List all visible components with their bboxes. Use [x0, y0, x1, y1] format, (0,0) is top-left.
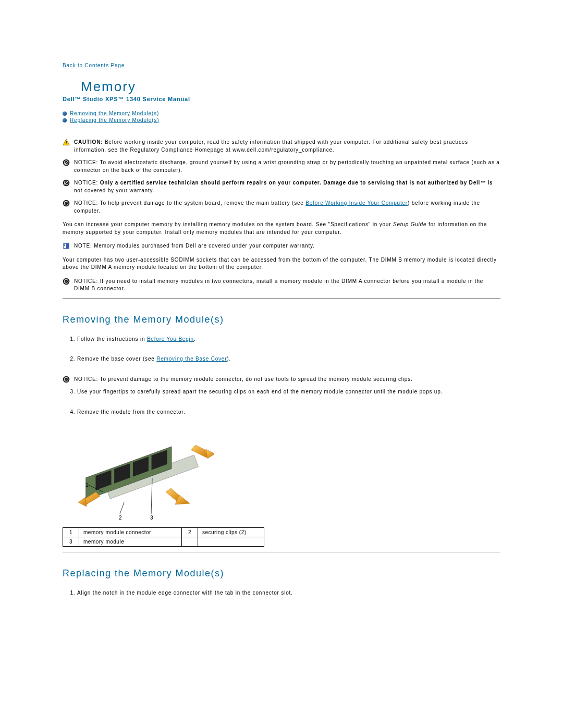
step1-pre: Follow the instructions in: [77, 336, 147, 342]
toc-link-replacing[interactable]: Replacing the Memory Module(s): [70, 117, 159, 123]
step1-post: .: [194, 336, 196, 342]
page-title: Memory: [81, 79, 500, 95]
para-1-italic: Setup Guide: [393, 221, 426, 227]
callout-table: 1 memory module connector 2 securing cli…: [63, 527, 264, 547]
notice-icon: [63, 179, 70, 187]
memory-module-diagram: 1 2 3: [78, 428, 214, 522]
notice-body-4: If you need to install memory modules in…: [74, 278, 483, 292]
table-row: 3 memory module: [63, 537, 264, 547]
notice-text-5: NOTICE: To prevent damage to the memory …: [74, 376, 500, 384]
para-1-pre: You can increase your computer memory by…: [63, 221, 393, 227]
notice-text-1: NOTICE: To avoid electrostatic discharge…: [74, 159, 500, 174]
cell-empty-l: [198, 537, 264, 547]
cell-2l: securing clips (2): [198, 528, 264, 537]
table-row: 1 memory module connector 2 securing cli…: [63, 528, 264, 537]
cell-3l: memory module: [79, 537, 182, 547]
caution-body: Before working inside your computer, rea…: [74, 139, 468, 153]
note-block-1: NOTE: Memory modules purchased from Dell…: [63, 242, 500, 250]
bullet-icon: [63, 118, 67, 122]
toc: Removing the Memory Module(s) Replacing …: [63, 110, 500, 123]
notice-label-1: NOTICE:: [74, 159, 98, 165]
caution-icon: [63, 139, 70, 146]
notice-body-2a: Only a certified service technician shou…: [100, 180, 493, 186]
toc-link-removing[interactable]: Removing the Memory Module(s): [70, 110, 159, 116]
svg-rect-2: [66, 143, 66, 144]
note-body-1: Memory modules purchased from Dell are c…: [94, 243, 315, 249]
replace-step-1: Align the notch in the module edge conne…: [77, 589, 500, 597]
svg-rect-1: [66, 141, 66, 143]
note-text-1: NOTE: Memory modules purchased from Dell…: [74, 242, 500, 250]
steps-removing: Follow the instructions in Before You Be…: [63, 336, 500, 363]
back-to-contents-link[interactable]: Back to Contents Page: [63, 63, 125, 68]
notice-block-4: NOTICE: If you need to install memory mo…: [63, 278, 500, 293]
steps-replacing: Align the notch in the module edge conne…: [63, 589, 500, 597]
svg-marker-26: [206, 449, 214, 459]
notice-icon: [63, 200, 70, 207]
subtitle: Dell™ Studio XPS™ 1340 Service Manual: [63, 96, 500, 102]
para-1: You can increase your computer memory by…: [63, 221, 500, 236]
step-2: Remove the base cover (see Removing the …: [77, 355, 500, 363]
notice-text-3: NOTICE: To help prevent damage to the sy…: [74, 200, 500, 215]
divider: [63, 552, 500, 552]
steps-removing-cont: Use your fingertips to carefully spread …: [63, 388, 500, 416]
notice-body-3-pre: To help prevent damage to the system boa…: [100, 200, 306, 206]
section-heading-removing: Removing the Memory Module(s): [63, 314, 500, 325]
note-label-1: NOTE:: [74, 243, 92, 249]
cell-2n: 2: [182, 528, 198, 537]
svg-marker-28: [78, 497, 87, 507]
notice-icon: [63, 159, 70, 166]
cell-empty-n: [182, 537, 198, 547]
notice-body-2b: not covered by your warranty.: [74, 188, 154, 193]
caution-text: CAUTION: Before working inside your comp…: [74, 139, 500, 154]
notice-label-5: NOTICE:: [74, 376, 98, 382]
caution-label: CAUTION:: [74, 139, 103, 145]
before-working-link[interactable]: Before Working Inside Your Computer: [305, 200, 408, 206]
notice-icon: [63, 376, 70, 383]
section-heading-replacing: Replacing the Memory Module(s): [63, 568, 500, 579]
notice-label-4: NOTICE:: [74, 278, 98, 284]
notice-icon: [63, 278, 70, 285]
before-you-begin-link[interactable]: Before You Begin: [147, 336, 194, 342]
notice-block-5: NOTICE: To prevent damage to the memory …: [63, 376, 500, 384]
svg-line-32: [120, 502, 124, 514]
step-4: Remove the module from the connector.: [77, 409, 500, 416]
step2-post: ).: [227, 356, 231, 362]
notice-text-2: NOTICE: Only a certified service technic…: [74, 179, 500, 194]
caution-block: CAUTION: Before working inside your comp…: [63, 139, 500, 154]
cell-1l: memory module connector: [79, 528, 182, 537]
diagram-label-1: 1: [85, 482, 89, 488]
toc-item-replacing: Replacing the Memory Module(s): [63, 117, 500, 123]
notice-block-3: NOTICE: To help prevent damage to the sy…: [63, 200, 500, 215]
diagram-label-3: 3: [150, 515, 153, 521]
note-icon: [63, 242, 70, 250]
notice-block-2: NOTICE: Only a certified service technic…: [63, 179, 500, 194]
notice-text-4: NOTICE: If you need to install memory mo…: [74, 278, 500, 293]
notice-label-3: NOTICE:: [74, 200, 98, 206]
para-2: Your computer has two user-accessible SO…: [63, 256, 500, 272]
notice-body-5: To prevent damage to the memory module c…: [100, 376, 413, 382]
divider: [63, 298, 500, 299]
notice-block-1: NOTICE: To avoid electrostatic discharge…: [63, 159, 500, 174]
step-3: Use your fingertips to carefully spread …: [77, 388, 500, 396]
step-1: Follow the instructions in Before You Be…: [77, 336, 500, 343]
notice-body-1: To avoid electrostatic discharge, ground…: [74, 159, 500, 173]
step2-pre: Remove the base cover (see: [77, 356, 156, 362]
bullet-icon: [63, 112, 67, 116]
toc-item-removing: Removing the Memory Module(s): [63, 110, 500, 116]
cell-1n: 1: [63, 528, 79, 537]
notice-label-2: NOTICE:: [74, 180, 98, 186]
diagram-label-2: 2: [119, 515, 122, 521]
removing-base-cover-link[interactable]: Removing the Base Cover: [156, 356, 227, 362]
cell-3n: 3: [63, 537, 79, 547]
